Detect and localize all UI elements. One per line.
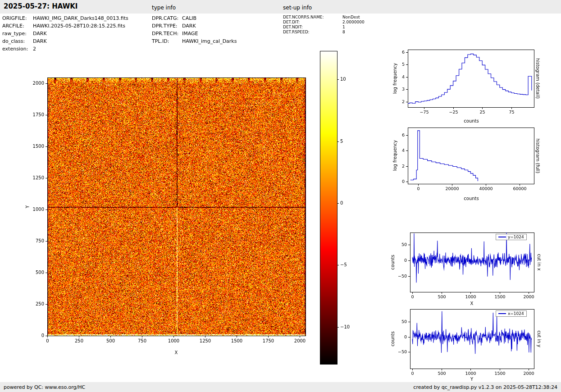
footer-bar: powered by QC: www.eso.org/HC created by… [0, 382, 561, 392]
meta-value: DARK [33, 31, 47, 36]
meta-row: ORIGFILE: HAWKI_IMG_DARK_Darks148_0013.f… [2, 15, 128, 23]
footer-left-text: powered by QC: www.eso.org/HC [4, 384, 85, 390]
cut-y-right-label: cut in y [537, 330, 542, 347]
footer-right-text: created by qc_rawdisp.py v1.2.3 on 2025-… [413, 384, 557, 390]
hist-detail-right-label: histogram (detail) [535, 58, 540, 99]
meta-row: DET.RSPEED: 8 [283, 30, 365, 35]
meta-value: 2.0000000 [342, 20, 365, 24]
qc-report-page: 2025-05-27: HAWKI type info set-up info … [0, 0, 561, 392]
meta-label: DPR.TYPE: [152, 23, 182, 29]
cut-y-legend: x=1024 [496, 310, 527, 317]
cut-x-legend-label: y=1024 [508, 235, 524, 239]
meta-label: raw_type: [2, 31, 33, 36]
type-info-heading: type info [152, 5, 176, 11]
colorbar [320, 51, 337, 364]
meta-label: TPL.ID: [152, 38, 182, 44]
meta-value: IMAGE [182, 31, 198, 36]
header-bar: 2025-05-27: HAWKI type info set-up info [0, 0, 561, 14]
file-info-block: ORIGFILE: HAWKI_IMG_DARK_Darks148_0013.f… [2, 15, 128, 54]
meta-value: CALIB [182, 15, 196, 21]
meta-row: raw_type: DARK [2, 31, 128, 38]
meta-value: 8 [342, 30, 345, 34]
meta-value: 2 [33, 46, 36, 52]
meta-value: NonDest [342, 15, 360, 19]
meta-value: DARK [33, 38, 47, 44]
meta-row: extension: 2 [2, 46, 128, 54]
meta-value: 1 [342, 25, 345, 29]
histogram-detail-plot [408, 50, 534, 107]
main-yaxis-label: Y [25, 205, 30, 208]
cut-x-legend: y=1024 [496, 234, 527, 240]
meta-label: ARCFILE: [2, 23, 33, 29]
meta-row: ARCFILE: HAWKI.2025-05-28T10:28:15.225.f… [2, 23, 128, 31]
type-info-block: DPR.CATG: CALIB DPR.TYPE: DARK DPR.TECH:… [152, 15, 237, 46]
hist-full-xaxis-label: counts [464, 196, 479, 201]
cut-in-y-plot [410, 309, 534, 369]
cut-x-xaxis-label: X [470, 301, 474, 306]
meta-label: DET.NCORRS.NAME: [283, 15, 342, 19]
page-title: 2025-05-27: HAWKI [4, 2, 78, 10]
histogram-full-plot [408, 128, 534, 184]
hist-full-right-label: histogram (full) [535, 138, 540, 173]
meta-row: TPL.ID: HAWKI_img_cal_Darks [152, 38, 237, 46]
setup-info-heading: set-up info [283, 5, 312, 11]
cut-y-yaxis-label: counts [390, 331, 395, 346]
cut-x-yaxis-label: counts [390, 255, 395, 269]
main-image-plot [47, 77, 306, 336]
meta-label: extension: [2, 46, 33, 52]
meta-value: HAWKI_img_cal_Darks [182, 38, 237, 44]
cut-x-right-label: cut in x [537, 254, 542, 270]
meta-value: HAWKI_IMG_DARK_Darks148_0013.fits [33, 15, 128, 21]
main-xaxis-label: X [175, 350, 178, 355]
hist-full-yaxis-label: log frequency [392, 140, 397, 171]
meta-label: DET.NDIT: [283, 25, 342, 29]
meta-label: DPR.TECH: [152, 31, 182, 36]
meta-row: DPR.TYPE: DARK [152, 23, 237, 31]
hist-detail-xaxis-label: counts [464, 119, 479, 123]
meta-value: HAWKI.2025-05-28T10:28:15.225.fits [33, 23, 125, 29]
meta-row: DET.NCORRS.NAME: NonDest [283, 15, 365, 20]
setup-info-block: DET.NCORRS.NAME: NonDest DET.DIT: 2.0000… [283, 15, 365, 35]
cut-y-xaxis-label: Y [470, 377, 473, 382]
meta-value: DARK [182, 23, 196, 29]
meta-row: do_class: DARK [2, 38, 128, 46]
cut-in-x-plot [410, 232, 534, 292]
hist-detail-yaxis-label: log frequency [392, 63, 397, 94]
meta-label: do_class: [2, 38, 33, 44]
meta-row: DET.DIT: 2.0000000 [283, 20, 365, 25]
meta-label: DPR.CATG: [152, 15, 182, 21]
legend-line-swatch [498, 237, 506, 237]
legend-line-swatch [498, 313, 506, 314]
meta-label: DET.DIT: [283, 20, 342, 24]
meta-label: DET.RSPEED: [283, 30, 342, 34]
meta-label: ORIGFILE: [2, 15, 33, 21]
meta-row: DET.NDIT: 1 [283, 25, 365, 30]
meta-row: DPR.CATG: CALIB [152, 15, 237, 23]
meta-row: DPR.TECH: IMAGE [152, 31, 237, 38]
cut-y-legend-label: x=1024 [508, 311, 524, 316]
